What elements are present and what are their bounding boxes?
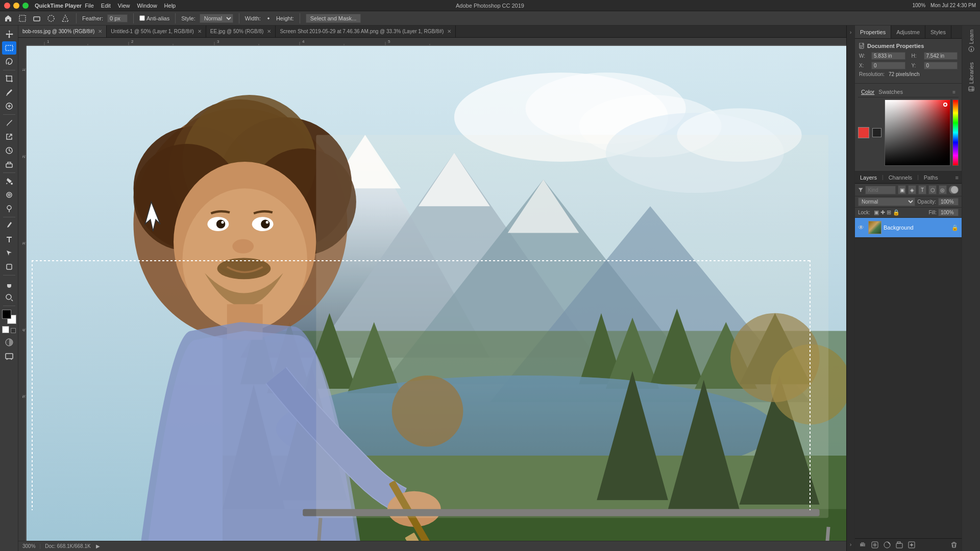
path-select-btn[interactable] <box>2 246 16 260</box>
swap-colors-btn[interactable] <box>11 328 16 333</box>
add-group-btn[interactable] <box>895 540 904 549</box>
channels-tab[interactable]: Channels <box>884 171 917 183</box>
eyedropper-tool-btn[interactable] <box>2 86 16 99</box>
y-value[interactable]: 0 <box>924 62 958 69</box>
lasso-tool-btn[interactable] <box>2 55 16 68</box>
lock-artboards-btn[interactable]: ⊞ <box>887 209 891 216</box>
pen-tool-btn[interactable] <box>2 219 16 232</box>
tab-screenshot[interactable]: Screen Shot 2019-05-29 at 7.46.36 AM.png… <box>276 26 456 37</box>
lock-position-btn[interactable]: ✚ <box>880 209 885 216</box>
color-panel-menu[interactable]: ≡ <box>952 89 955 95</box>
smart-filter-btn[interactable]: ◎ <box>939 185 947 194</box>
canvas-image[interactable]: @keyframes march { to { background-posit… <box>27 46 846 541</box>
collapse-properties-btn[interactable]: › <box>847 26 854 39</box>
eraser-tool-btn[interactable] <box>2 158 16 171</box>
shape-filter-btn[interactable]: ⬡ <box>928 185 937 194</box>
add-fx-btn[interactable]: fx <box>858 540 867 549</box>
layer-visibility-icon[interactable]: 👁 <box>858 224 866 231</box>
crop-tool-btn[interactable] <box>2 72 16 85</box>
tab-bob-ross[interactable]: bob-ross.jpg @ 300% (RGB/8#) ✕ <box>18 26 107 37</box>
blur-tool-btn[interactable] <box>2 188 16 202</box>
tab-close-3[interactable]: ✕ <box>447 29 451 34</box>
dodge-tool-btn[interactable] <box>2 202 16 215</box>
tool-option3[interactable] <box>46 13 56 23</box>
tab-close-2[interactable]: ✕ <box>267 29 271 34</box>
styles-tab[interactable]: Styles <box>925 26 951 38</box>
color-gradient-picker[interactable] <box>885 99 950 166</box>
maximize-window-btn[interactable] <box>22 3 29 9</box>
menu-view[interactable]: View <box>118 3 130 9</box>
lock-pixels-btn[interactable]: ▣ <box>874 209 879 216</box>
default-colors-btn[interactable] <box>2 326 9 333</box>
h-value[interactable]: 7.542 in <box>924 52 958 60</box>
marquee-options-icon[interactable] <box>17 13 28 23</box>
add-mask-btn[interactable] <box>870 540 879 549</box>
x-value[interactable]: 0 <box>871 62 905 69</box>
filter-toggle[interactable] <box>949 186 959 194</box>
layers-search-input[interactable] <box>865 186 896 194</box>
anti-alias-checkbox[interactable]: Anti-alias <box>139 15 169 21</box>
fill-input[interactable] <box>938 209 959 216</box>
layers-panel-menu[interactable]: ≡ <box>952 174 962 181</box>
select-mask-btn[interactable]: Select and Mask... <box>306 14 361 23</box>
paths-tab[interactable]: Paths <box>919 171 943 183</box>
canvas-container[interactable]: 1 2 3 4 5 <box>18 38 846 541</box>
type-filter-btn[interactable]: T <box>918 185 926 194</box>
paint-bucket-tool-btn[interactable] <box>2 174 16 188</box>
type-tool-btn[interactable] <box>2 233 16 246</box>
tab-untitled[interactable]: Untitled-1 @ 50% (Layer 1, RGB/8#) ✕ <box>107 26 206 37</box>
style-select[interactable]: Normal <box>200 14 233 23</box>
status-arrow[interactable]: ▶ <box>96 543 100 549</box>
feather-value[interactable]: 0 px <box>107 14 128 22</box>
svg-point-89 <box>261 219 270 228</box>
lock-all-btn[interactable]: 🔒 <box>893 209 900 216</box>
home-tool-icon[interactable] <box>3 13 13 23</box>
delete-layer-btn[interactable] <box>949 540 959 549</box>
hand-tool-btn[interactable] <box>2 277 16 290</box>
healing-tool-btn[interactable] <box>2 99 16 113</box>
swatches-tab[interactable]: Swatches <box>878 89 903 95</box>
menu-help[interactable]: Help <box>164 3 176 9</box>
zoom-tool-btn[interactable] <box>2 291 16 304</box>
tab-close-1[interactable]: ✕ <box>198 29 202 34</box>
learn-icon <box>968 46 974 52</box>
learn-panel-btn[interactable]: Learn <box>968 30 974 52</box>
clone-tool-btn[interactable] <box>2 130 16 143</box>
tab-close-0[interactable]: ✕ <box>98 29 102 34</box>
screen-mode-btn[interactable] <box>2 349 16 363</box>
layer-background[interactable]: 👁 Background 🔒 <box>855 218 962 237</box>
color-spectrum[interactable] <box>952 99 959 166</box>
layers-tab[interactable]: Layers <box>855 171 882 183</box>
history-tool-btn[interactable] <box>2 144 16 157</box>
color-swatches[interactable] <box>2 310 16 324</box>
add-adjustment-btn[interactable] <box>883 540 892 549</box>
marquee-tool-btn[interactable] <box>2 41 16 55</box>
selection-marquee-top <box>32 260 811 261</box>
tool-option2[interactable] <box>32 13 42 23</box>
adjust-filter-btn[interactable]: ◈ <box>908 185 916 194</box>
collapse-layers-btn[interactable]: › <box>847 538 854 551</box>
tool-option4[interactable] <box>60 13 70 23</box>
tab-ee[interactable]: EE.jpg @ 50% (RGB/8) ✕ <box>206 26 276 37</box>
close-window-btn[interactable] <box>4 3 10 9</box>
current-color-bg[interactable] <box>872 128 881 137</box>
menu-window[interactable]: Window <box>137 3 157 9</box>
pixel-filter-btn[interactable]: ▣ <box>898 185 906 194</box>
menu-edit[interactable]: Edit <box>101 3 111 9</box>
blend-mode-select[interactable]: Normal <box>858 197 915 206</box>
libraries-panel-btn[interactable]: Libraries <box>968 62 974 92</box>
opacity-input[interactable] <box>938 198 959 206</box>
menu-file[interactable]: File <box>85 3 94 9</box>
color-tab[interactable]: Color <box>861 89 874 95</box>
move-tool-btn[interactable] <box>2 28 16 41</box>
brush-tool-btn[interactable] <box>2 116 16 130</box>
shape-tool-btn[interactable] <box>2 260 16 273</box>
minimize-window-btn[interactable] <box>13 3 19 9</box>
properties-tab[interactable]: Properties <box>855 26 891 38</box>
quick-mask-btn[interactable] <box>2 336 16 349</box>
adjustments-tab[interactable]: Adjustme <box>891 26 925 38</box>
current-color-fg[interactable] <box>858 127 869 138</box>
foreground-color-swatch[interactable] <box>2 310 11 319</box>
new-layer-btn[interactable] <box>907 540 916 549</box>
w-value[interactable]: 5.833 in <box>871 52 905 60</box>
